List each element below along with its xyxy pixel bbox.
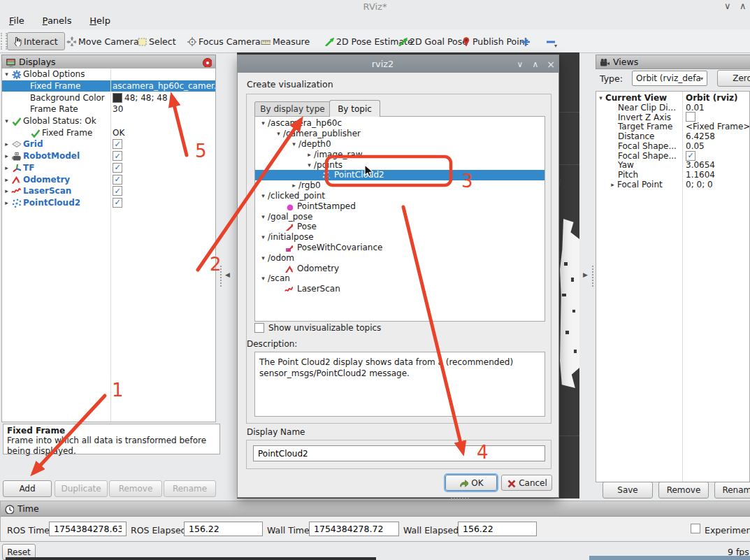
topic-odom[interactable]: /odom bbox=[255, 252, 545, 263]
window-shade-icon[interactable]: ∨ bbox=[724, 1, 731, 11]
tool-measure[interactable]: Measure bbox=[261, 34, 310, 49]
view-type-combobox[interactable]: Orbit (rviz_default_ ▾ bbox=[632, 71, 707, 86]
wall-elapsed-input[interactable] bbox=[458, 522, 537, 536]
enabled-checkbox[interactable] bbox=[113, 139, 122, 149]
row-background-color[interactable]: Background Color48; 48; 48 bbox=[2, 92, 215, 103]
expander-icon[interactable] bbox=[608, 181, 617, 188]
topic-rgb0[interactable]: /rgb0 bbox=[255, 180, 545, 191]
dialog-shade-icon[interactable]: ∨ bbox=[512, 59, 528, 69]
row-focal-point[interactable]: Focal Point0; 0; 0 bbox=[596, 180, 749, 189]
topic-image-raw[interactable]: /image_raw bbox=[255, 149, 545, 159]
menu-help[interactable]: Help bbox=[83, 14, 117, 27]
expander-icon[interactable] bbox=[259, 234, 268, 240]
row-pointcloud2[interactable]: PointCloud2 bbox=[2, 197, 215, 209]
expander-icon[interactable] bbox=[289, 182, 298, 189]
time-panel-header[interactable]: Time bbox=[1, 501, 750, 517]
expander-icon[interactable] bbox=[259, 192, 268, 199]
focal-shape-checkbox[interactable] bbox=[686, 151, 695, 161]
expander-icon[interactable] bbox=[596, 94, 605, 101]
topic-goal-pose[interactable]: /goal_pose bbox=[255, 211, 545, 222]
duplicate-display-button[interactable]: Duplicate bbox=[55, 480, 108, 497]
save-view-button[interactable]: Save bbox=[603, 482, 653, 498]
zero-button[interactable]: Zero bbox=[717, 70, 750, 87]
expander-icon[interactable] bbox=[259, 254, 268, 261]
tool-focus-camera[interactable]: Focus Camera bbox=[187, 34, 261, 49]
expander-icon[interactable] bbox=[259, 275, 268, 282]
topic-initialpose[interactable]: /initialpose bbox=[255, 232, 545, 243]
expander-icon[interactable] bbox=[2, 176, 11, 183]
expander-icon[interactable] bbox=[2, 164, 11, 171]
row-invert-z[interactable]: Invert Z Axis bbox=[596, 113, 749, 122]
topic-scan[interactable]: /scan bbox=[255, 273, 545, 284]
tab-by-display-type[interactable]: By display type bbox=[254, 101, 331, 116]
topic-ascamera[interactable]: /ascamera_hp60c bbox=[255, 118, 545, 129]
row-yaw[interactable]: Yaw3.0654 bbox=[596, 161, 749, 171]
topic-pose[interactable]: Pose bbox=[255, 222, 545, 232]
row-current-view[interactable]: Current ViewOrbit (rviz) bbox=[596, 93, 749, 103]
remove-display-button[interactable]: Remove bbox=[109, 480, 162, 497]
tab-by-topic[interactable]: By topic bbox=[329, 100, 380, 117]
remove-view-button[interactable]: Remove bbox=[658, 482, 709, 498]
topic-depth0[interactable]: /depth0 bbox=[255, 139, 545, 150]
dialog-titlebar[interactable]: . rviz2 ∨ ∧ × bbox=[238, 55, 558, 73]
topic-pointcloud2-selected[interactable]: PointCloud2 bbox=[255, 170, 545, 180]
row-tf[interactable]: TF bbox=[2, 162, 215, 174]
views-panel-header[interactable]: Views bbox=[596, 55, 750, 69]
row-focal-shape-size[interactable]: Focal Shape...0.05 bbox=[596, 141, 749, 151]
expander-icon[interactable] bbox=[2, 199, 11, 206]
ros-elapsed-input[interactable] bbox=[184, 522, 263, 536]
row-pitch[interactable]: Pitch1.1604 bbox=[596, 170, 749, 180]
enabled-checkbox[interactable] bbox=[113, 175, 122, 185]
rename-view-button[interactable]: Rename bbox=[714, 482, 750, 498]
column-divider[interactable] bbox=[110, 69, 111, 422]
row-grid[interactable]: Grid bbox=[2, 138, 215, 150]
row-focal-shape-fixed[interactable]: Focal Shape... bbox=[596, 151, 749, 161]
tool-move-camera[interactable]: Move Camera bbox=[66, 34, 139, 49]
displays-panel-header[interactable]: Displays bbox=[1, 55, 216, 69]
topic-pointstamped[interactable]: PointStamped bbox=[255, 201, 545, 211]
topic-odometry[interactable]: Odometry bbox=[255, 263, 545, 273]
row-robotmodel[interactable]: RobotModel bbox=[2, 150, 215, 162]
show-unvisualizable-row[interactable]: Show unvisualizable topics bbox=[254, 323, 381, 333]
rename-display-button[interactable]: Rename bbox=[164, 480, 216, 497]
expander-icon[interactable] bbox=[289, 141, 298, 148]
dialog-unshade-icon[interactable]: ∧ bbox=[528, 59, 543, 69]
enabled-checkbox[interactable] bbox=[113, 186, 122, 196]
add-tool-button[interactable] bbox=[520, 34, 530, 49]
ok-button[interactable]: OK bbox=[445, 475, 497, 491]
enabled-checkbox[interactable] bbox=[113, 151, 122, 161]
wall-time-input[interactable] bbox=[309, 522, 399, 536]
add-display-button[interactable]: Add bbox=[3, 480, 52, 497]
expander-icon[interactable] bbox=[2, 187, 11, 194]
row-fixed-frame-status[interactable]: Fixed FrameOK bbox=[2, 127, 215, 138]
dialog-close-icon[interactable]: × bbox=[543, 59, 558, 70]
expander-icon[interactable] bbox=[259, 213, 268, 220]
expander-icon[interactable] bbox=[305, 161, 314, 168]
expander-icon[interactable] bbox=[274, 130, 283, 137]
remove-tool-button[interactable]: ▾ bbox=[545, 34, 560, 49]
display-name-input[interactable] bbox=[253, 445, 545, 461]
enabled-checkbox[interactable] bbox=[113, 198, 122, 208]
topic-laserscan[interactable]: LaserScan bbox=[255, 284, 545, 294]
row-odometry[interactable]: Odometry bbox=[2, 173, 215, 185]
enabled-checkbox[interactable] bbox=[113, 163, 122, 173]
tool-2d-goal-pose[interactable]: 2D Goal Pose bbox=[398, 34, 468, 49]
ros-time-input[interactable] bbox=[49, 522, 127, 536]
row-target-frame[interactable]: Target Frame<Fixed Frame> bbox=[596, 122, 749, 131]
menu-file[interactable]: File bbox=[3, 14, 31, 27]
expander-icon[interactable] bbox=[2, 71, 11, 78]
row-global-status[interactable]: Global Status: Ok bbox=[2, 115, 215, 127]
topic-points[interactable]: /points bbox=[255, 159, 545, 170]
tool-select[interactable]: Select bbox=[137, 34, 176, 49]
collapse-right-icon[interactable]: ▶ bbox=[583, 271, 588, 278]
collapse-left-icon[interactable]: ◀ bbox=[225, 271, 230, 278]
close-panel-icon[interactable] bbox=[202, 57, 212, 67]
topic-clicked-point[interactable]: /clicked_point bbox=[255, 191, 545, 201]
expander-icon[interactable] bbox=[305, 151, 314, 158]
experimental-checkbox[interactable] bbox=[691, 524, 700, 536]
tool-interact[interactable]: Interact bbox=[7, 32, 65, 50]
expander-icon[interactable] bbox=[2, 141, 11, 148]
row-laserscan[interactable]: LaserScan bbox=[2, 185, 215, 197]
show-unvisualizable-checkbox[interactable] bbox=[254, 323, 264, 333]
topic-camera-publisher[interactable]: /camera_publisher bbox=[255, 129, 545, 139]
